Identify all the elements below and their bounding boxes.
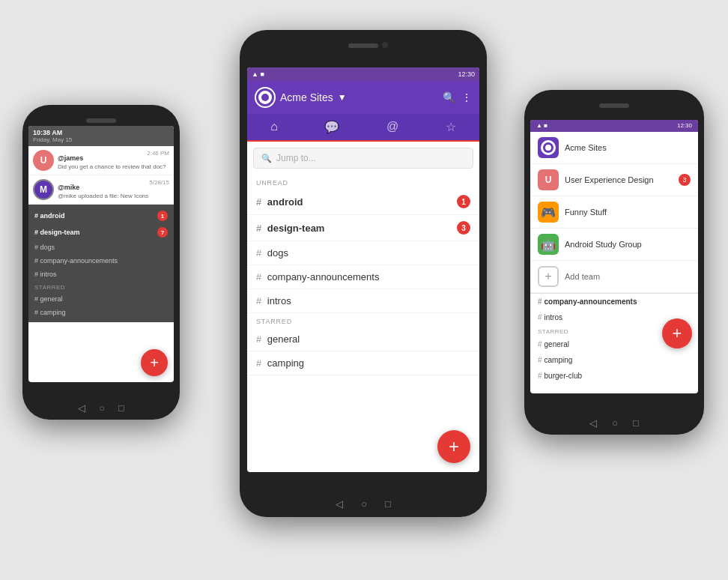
channel-company-left[interactable]: # company-announcements	[28, 254, 174, 268]
team-avatar-acme	[538, 137, 559, 158]
team-acme[interactable]: Acme Sites	[530, 132, 698, 164]
search-bar-center[interactable]: 🔍 Jump to...	[253, 148, 473, 169]
channel-burger-right[interactable]: # burger-club	[530, 368, 698, 384]
team-avatar-ued: U	[538, 169, 559, 190]
channel-android-center[interactable]: # android 1	[247, 189, 479, 215]
notif-time-mike: 5/28/15	[149, 179, 169, 186]
dropdown-arrow[interactable]: ▼	[338, 92, 347, 103]
tab-starred[interactable]: ☆	[440, 118, 462, 136]
acme-logo-inner	[545, 145, 551, 151]
fab-right[interactable]: +	[662, 318, 692, 348]
app-logo-center	[255, 87, 276, 108]
channel-list-left: # android 1 # design-team 7 # dogs # com…	[28, 205, 174, 322]
channel-camping-left[interactable]: # camping	[28, 306, 174, 319]
channel-camping-center[interactable]: # camping	[247, 351, 479, 375]
home-btn-left[interactable]: ○	[99, 402, 105, 414]
channel-android-left[interactable]: # android 1	[28, 208, 174, 224]
channel-company-right[interactable]: # company-announcements	[530, 294, 698, 309]
channel-list-center: UNREAD # android 1 # design-team 3 # dog…	[247, 175, 479, 472]
badge-designteam-center: 3	[457, 221, 470, 235]
team-ued[interactable]: U User Experience Design 3	[530, 164, 698, 196]
channel-general-center[interactable]: # general	[247, 327, 479, 351]
tab-mentions[interactable]: @	[380, 118, 404, 136]
recent-btn-right[interactable]: □	[633, 417, 639, 429]
notif-text-mike: @mike uploaded a file: New Icons	[58, 193, 169, 199]
channel-designteam-center[interactable]: # design-team 3	[247, 215, 479, 241]
channel-name-dogs: # dogs	[34, 244, 55, 251]
badge-android: 1	[157, 211, 168, 221]
channel-intros-center[interactable]: # intros	[247, 289, 479, 313]
channel-dogs-left[interactable]: # dogs	[28, 241, 174, 254]
team-switcher: Acme Sites U User Experience Design 3 🎮 …	[530, 132, 698, 294]
add-team-icon: +	[538, 266, 559, 287]
team-funny[interactable]: 🎮 Funny Stuff	[530, 196, 698, 229]
notif-user-mike: @mike	[58, 184, 79, 191]
channel-name-camping: # camping	[34, 309, 66, 316]
badge-designteam: 7	[157, 227, 168, 238]
add-team-button[interactable]: + Add team	[530, 261, 698, 293]
team-android[interactable]: 🤖 Android Study Group	[530, 229, 698, 261]
status-time-left: 10:38 AM	[33, 129, 169, 136]
recent-btn-left[interactable]: □	[118, 402, 124, 414]
notif-content-james: @james 2:46 PM Did you get a chance to r…	[58, 150, 169, 170]
search-icon-header[interactable]: 🔍	[443, 91, 455, 103]
fab-left[interactable]: +	[141, 349, 168, 376]
channel-general-left[interactable]: # general	[28, 292, 174, 306]
header-left: Acme Sites ▼	[255, 87, 347, 108]
fab-center[interactable]: +	[437, 430, 470, 463]
hash-general-right: #	[538, 340, 542, 348]
back-btn-right[interactable]: ◁	[589, 417, 597, 429]
channel-android-name: # android	[256, 196, 303, 208]
header-icons: 🔍 ⋮	[443, 91, 472, 103]
channel-company-name: # company-announcements	[256, 271, 379, 283]
notif-text-james: Did you get a chance to review that doc?	[58, 163, 169, 170]
notification-james[interactable]: U @james 2:46 PM Did you get a chance to…	[28, 146, 174, 175]
channel-designteam-name: # design-team	[256, 223, 324, 234]
home-btn-right[interactable]: ○	[612, 417, 618, 429]
status-bar-center: ▲ ■ 12:30	[247, 67, 479, 81]
channel-intros-name: # intros	[256, 295, 291, 306]
speaker-center	[348, 43, 378, 48]
badge-ued: 3	[679, 174, 691, 186]
signal-icons: ▲ ■	[252, 70, 264, 78]
center-tabs: ⌂ 💬 @ ☆	[247, 114, 479, 142]
screen-left: 10:38 AM Friday, May 15 U @james 2:46 PM…	[28, 126, 174, 382]
hash-burger-right: #	[538, 372, 542, 380]
status-bar-right: ▲ ■ 12:30	[530, 120, 698, 132]
hash-intros-right: #	[538, 313, 542, 321]
channel-intros-name-right: intros	[545, 313, 562, 321]
tab-home[interactable]: ⌂	[264, 118, 284, 136]
team-avatar-funny: 🎮	[538, 202, 559, 223]
phone-center: ▲ ■ 12:30 Acme Sites ▼ 🔍 ⋮	[240, 30, 487, 517]
center-header: Acme Sites ▼ 🔍 ⋮	[247, 81, 479, 114]
team-name-funny: Funny Stuff	[565, 208, 607, 217]
add-team-label: Add team	[565, 272, 600, 281]
workspace-name: Acme Sites	[280, 91, 333, 103]
channel-camping-right[interactable]: # camping	[530, 352, 698, 368]
channel-designteam-left[interactable]: # design-team 7	[28, 224, 174, 241]
phone-right: ▲ ■ 12:30 Acme Sites U User Experience D…	[524, 90, 704, 435]
screen-center: ▲ ■ 12:30 Acme Sites ▼ 🔍 ⋮	[247, 67, 479, 472]
home-btn-center[interactable]: ○	[361, 498, 367, 510]
more-icon-header[interactable]: ⋮	[461, 91, 472, 103]
badge-android-center: 1	[457, 195, 470, 208]
starred-label-left: STARRED	[28, 281, 174, 292]
channel-camping-name-right: camping	[545, 356, 573, 364]
channel-dogs-name: # dogs	[256, 247, 288, 259]
channel-company-center[interactable]: # company-announcements	[247, 265, 479, 289]
recent-btn-center[interactable]: □	[385, 498, 391, 510]
channel-dogs-center[interactable]: # dogs	[247, 241, 479, 265]
channel-intros-left[interactable]: # intros	[28, 268, 174, 281]
tab-chat[interactable]: 💬	[318, 118, 345, 136]
channel-name-intros: # intros	[34, 271, 57, 278]
notification-mike[interactable]: M @mike 5/28/15 @mike uploaded a file: N…	[28, 175, 174, 205]
back-btn-center[interactable]: ◁	[336, 498, 343, 510]
status-bar-left: 10:38 AM Friday, May 15	[28, 126, 174, 146]
back-btn-left[interactable]: ◁	[78, 402, 85, 414]
avatar-mike: M	[33, 179, 54, 200]
channel-burger-name-right: burger-club	[545, 372, 583, 380]
phone-left: 10:38 AM Friday, May 15 U @james 2:46 PM…	[22, 105, 180, 420]
channel-camping-name: # camping	[256, 357, 304, 369]
logo-ring	[256, 88, 274, 106]
hash-company-right: #	[538, 297, 542, 306]
